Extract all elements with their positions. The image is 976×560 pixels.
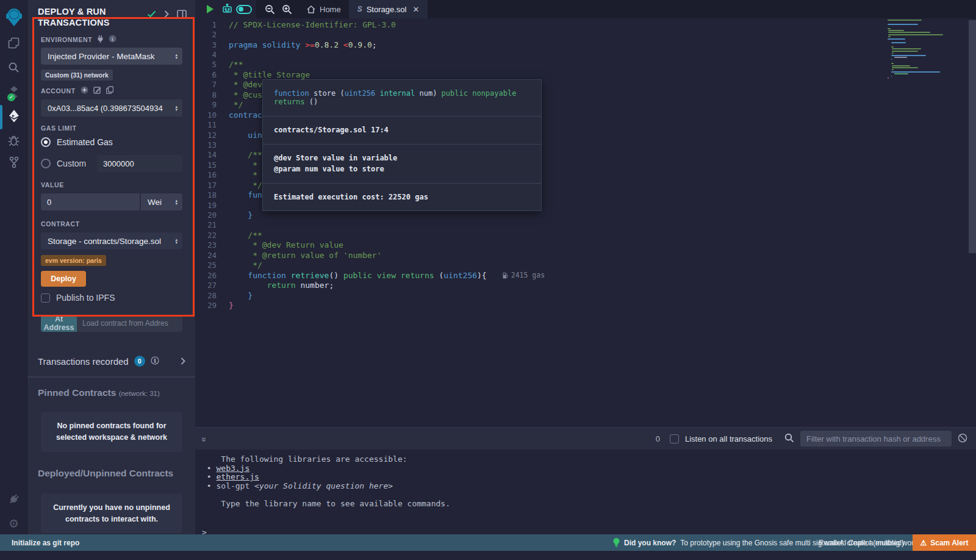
value-unit-select[interactable]: Wei ▴▾ — [140, 193, 182, 210]
estimated-gas-radio[interactable]: Estimated Gas — [41, 137, 182, 147]
code-line[interactable]: 5/** — [195, 60, 545, 70]
line-number: 2 — [195, 30, 229, 39]
network-badge: Custom (31) network — [41, 70, 113, 81]
terminal-link[interactable]: ethers.js — [216, 472, 259, 481]
line-number: 10 — [195, 110, 229, 120]
unpinned-contracts-title: Deployed/Unpinned Contracts — [27, 452, 195, 479]
minimap[interactable] — [888, 20, 950, 79]
terminal-filter-input[interactable] — [800, 431, 952, 447]
terminal-line: The following libraries are accessible: — [202, 455, 976, 464]
code-line[interactable]: 6 * @title Storage — [195, 70, 545, 79]
line-number: 21 — [195, 220, 229, 229]
code-text: /** — [229, 60, 243, 69]
zoom-out-icon[interactable] — [261, 0, 278, 18]
select-caret-icon: ▴▾ — [173, 199, 178, 205]
select-caret-icon: ▴▾ — [173, 53, 178, 59]
publish-ipfs-checkbox[interactable] — [41, 293, 50, 303]
code-line[interactable]: 27 return number; — [195, 280, 545, 290]
value-input[interactable]: 0 — [41, 193, 140, 210]
settings-gear-icon[interactable]: ⚙ — [0, 512, 27, 534]
terminal-line: • sol-gpt <your Solidity question here> — [202, 482, 976, 491]
tooltip-signature: function store (uint256 internal num) pu… — [263, 80, 541, 117]
terminal-link[interactable]: web3.js — [216, 464, 249, 473]
copilot-status[interactable]: RemixAI Copilot (enabled) — [819, 539, 904, 547]
code-line[interactable]: 25 */ — [195, 260, 545, 270]
code-line[interactable]: 28 } — [195, 290, 545, 300]
tab-home[interactable]: Home — [299, 0, 350, 18]
line-number: 16 — [195, 170, 229, 179]
run-script-button[interactable] — [201, 0, 218, 18]
git-icon[interactable] — [0, 151, 27, 173]
code-line[interactable]: 3pragma solidity >=0.8.2 <0.9.0; — [195, 40, 545, 49]
code-line[interactable]: 4 — [195, 49, 545, 59]
select-caret-icon: ▴▾ — [173, 105, 178, 111]
pinned-network-suffix: (network: 31) — [119, 390, 160, 397]
code-text: function retrieve() public view returns … — [229, 271, 487, 280]
plugin-manager-icon[interactable] — [0, 488, 27, 510]
editor-scrollbar[interactable] — [969, 20, 976, 253]
contract-select[interactable]: Storage - contracts/Storage.sol ▴▾ — [41, 232, 182, 249]
close-tab-icon[interactable]: ✕ — [412, 5, 419, 14]
line-number: 14 — [195, 150, 229, 159]
solidity-compiler-icon[interactable]: ✓ — [0, 82, 27, 104]
custom-gas-input[interactable]: 3000000 — [97, 155, 182, 172]
environment-select[interactable]: Injected Provider - MetaMask ▴▾ — [41, 48, 182, 65]
at-address-input[interactable] — [77, 315, 182, 332]
compile-success-badge: ✓ — [7, 93, 15, 101]
info-icon[interactable]: i — [109, 35, 117, 44]
line-number: 11 — [195, 120, 229, 129]
code-text: // SPDX-License-Identifier: GPL-3.0 — [229, 20, 396, 29]
deploy-button[interactable]: Deploy — [41, 271, 86, 287]
tab-storage-sol[interactable]: S Storage.sol ✕ — [350, 0, 428, 18]
search-icon[interactable] — [0, 56, 27, 78]
remix-ide-window: ✓ ⚙ DEPLOY & RUN TRANSACTIONS — [0, 0, 976, 560]
at-address-button[interactable]: At Address — [41, 315, 77, 332]
code-line[interactable]: 22 /** — [195, 230, 545, 240]
code-line[interactable]: 1// SPDX-License-Identifier: GPL-3.0 — [195, 20, 545, 29]
scam-alert-button[interactable]: ⚠ Scam Alert — [913, 534, 976, 551]
code-line[interactable]: 24 * @return value of 'number' — [195, 250, 545, 260]
deploy-run-icon[interactable] — [0, 105, 27, 127]
remix-logo-icon[interactable] — [0, 4, 27, 31]
icon-rail: ✓ ⚙ — [0, 0, 27, 534]
code-text: } — [229, 291, 253, 300]
listen-all-transactions-checkbox[interactable] — [670, 434, 679, 443]
file-explorer-icon[interactable] — [0, 32, 27, 54]
collapse-terminal-icon[interactable]: » — [199, 437, 210, 440]
git-init-status[interactable]: Initialize as git repo — [0, 539, 79, 547]
code-line[interactable]: 29} — [195, 300, 545, 310]
custom-gas-radio[interactable] — [41, 159, 51, 168]
tooltip-location: contracts/Storage.sol 17:4 — [263, 117, 541, 145]
terminal-tx-count: 0 — [656, 434, 660, 443]
zoom-in-icon[interactable] — [278, 0, 295, 18]
terminal-header: » 0 Listen on all transactions — [195, 427, 976, 450]
terminal-lines: The following libraries are accessible: … — [202, 455, 976, 508]
code-line[interactable]: 26 function retrieve() public view retur… — [195, 270, 545, 280]
line-number: 23 — [195, 240, 229, 249]
copy-account-icon[interactable] — [106, 86, 113, 95]
code-line[interactable]: 23 * @dev Return value — [195, 240, 545, 250]
home-icon — [307, 5, 315, 13]
ai-copilot-icon[interactable] — [218, 0, 235, 18]
terminal-line: Type the library name to see available c… — [202, 500, 976, 509]
tooltip-docs: @dev Store value in variable@param num v… — [263, 145, 541, 184]
clear-terminal-icon[interactable] — [958, 433, 967, 445]
transactions-expand-icon[interactable] — [181, 356, 185, 367]
sign-message-icon[interactable] — [93, 86, 101, 95]
copilot-toggle[interactable] — [235, 0, 253, 18]
transactions-info-icon[interactable]: i — [151, 356, 159, 367]
add-account-icon[interactable] — [81, 86, 88, 95]
line-number: 8 — [195, 90, 229, 99]
solidity-file-icon: S — [357, 5, 362, 13]
code-line[interactable]: 2 — [195, 29, 545, 39]
terminal-line: • web3.js — [202, 464, 976, 473]
terminal-line — [202, 490, 976, 500]
account-select[interactable]: 0xA03...85ac4 (0.398673504934 ▴▾ — [41, 99, 182, 117]
code-line[interactable]: 20 } — [195, 210, 545, 220]
pin-panel-icon[interactable] — [177, 10, 187, 20]
line-number: 7 — [195, 80, 229, 89]
line-number: 24 — [195, 251, 229, 260]
code-line[interactable]: 21 — [195, 220, 545, 230]
chevron-right-icon[interactable] — [164, 10, 169, 20]
debugger-icon[interactable] — [0, 129, 27, 151]
